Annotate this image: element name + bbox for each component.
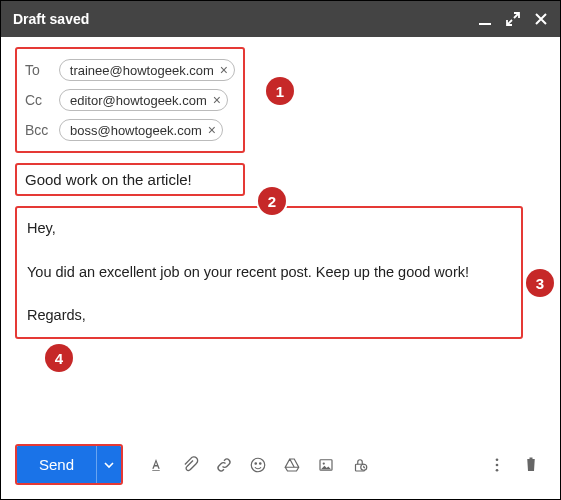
- compose-header: Draft saved: [1, 1, 560, 37]
- bcc-row[interactable]: Bcc boss@howtogeek.com ×: [25, 115, 235, 145]
- bcc-chip[interactable]: boss@howtogeek.com ×: [59, 119, 223, 141]
- to-label: To: [25, 62, 59, 78]
- compose-body: To trainee@howtogeek.com × Cc editor@how…: [1, 37, 560, 434]
- send-button[interactable]: Send: [17, 446, 96, 483]
- svg-point-10: [496, 468, 499, 471]
- attach-icon[interactable]: [175, 450, 205, 480]
- to-chip[interactable]: trainee@howtogeek.com ×: [59, 59, 235, 81]
- to-chip-text: trainee@howtogeek.com: [70, 63, 214, 78]
- annotation-badge-3: 3: [526, 269, 554, 297]
- svg-point-2: [255, 462, 257, 464]
- remove-chip-icon[interactable]: ×: [213, 92, 221, 108]
- remove-chip-icon[interactable]: ×: [208, 122, 216, 138]
- svg-point-8: [496, 458, 499, 461]
- to-row[interactable]: To trainee@howtogeek.com ×: [25, 55, 235, 85]
- remove-chip-icon[interactable]: ×: [220, 62, 228, 78]
- compose-toolbar: Send: [1, 434, 560, 499]
- send-options-button[interactable]: [96, 446, 121, 483]
- bcc-chip-text: boss@howtogeek.com: [70, 123, 202, 138]
- svg-rect-0: [479, 23, 491, 25]
- drive-icon[interactable]: [277, 450, 307, 480]
- recipients-box: To trainee@howtogeek.com × Cc editor@how…: [15, 47, 245, 153]
- annotation-badge-4: 4: [45, 344, 73, 372]
- cc-chip[interactable]: editor@howtogeek.com ×: [59, 89, 228, 111]
- svg-point-9: [496, 463, 499, 466]
- annotation-badge-2: 2: [258, 187, 286, 215]
- expand-icon[interactable]: [506, 12, 520, 26]
- cc-row[interactable]: Cc editor@howtogeek.com ×: [25, 85, 235, 115]
- bcc-label: Bcc: [25, 122, 59, 138]
- formatting-icon[interactable]: [141, 450, 171, 480]
- message-body[interactable]: Hey, You did an excellent job on your re…: [15, 206, 523, 339]
- svg-point-1: [251, 458, 265, 472]
- subject-field[interactable]: Good work on the article!: [15, 163, 245, 196]
- emoji-icon[interactable]: [243, 450, 273, 480]
- header-controls: [478, 12, 548, 26]
- svg-point-5: [323, 462, 325, 464]
- minimize-icon[interactable]: [478, 12, 492, 26]
- cc-label: Cc: [25, 92, 59, 108]
- send-group: Send: [15, 444, 123, 485]
- annotation-badge-1: 1: [266, 77, 294, 105]
- svg-point-3: [260, 462, 262, 464]
- link-icon[interactable]: [209, 450, 239, 480]
- close-icon[interactable]: [534, 12, 548, 26]
- confidential-icon[interactable]: [345, 450, 375, 480]
- image-icon[interactable]: [311, 450, 341, 480]
- cc-chip-text: editor@howtogeek.com: [70, 93, 207, 108]
- discard-icon[interactable]: [516, 450, 546, 480]
- header-title: Draft saved: [13, 11, 478, 27]
- more-options-icon[interactable]: [482, 450, 512, 480]
